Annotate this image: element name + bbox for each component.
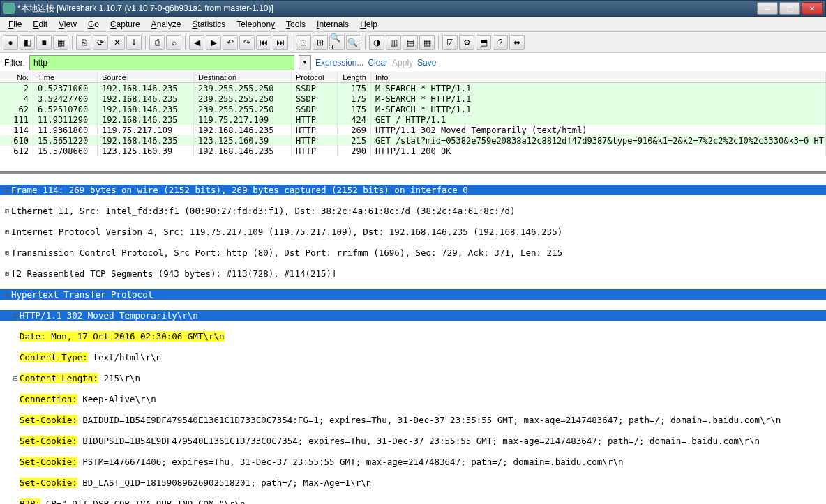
toolbar-button-2[interactable]: ■ xyxy=(36,35,52,50)
toolbar-button-23[interactable]: ▦ xyxy=(419,35,435,50)
detail-reassembled[interactable]: ⊞[2 Reassembled TCP Segments (943 bytes)… xyxy=(0,268,826,279)
menubar: FFileile Edit View Go Capture Analyze St… xyxy=(0,17,826,32)
menu-edit[interactable]: Edit xyxy=(27,18,53,31)
menu-tools[interactable]: Tools xyxy=(280,18,311,31)
app-icon xyxy=(3,3,15,14)
toolbar-button-28[interactable]: ⬌ xyxy=(509,35,525,50)
toolbar-button-3[interactable]: ▦ xyxy=(53,35,68,50)
detail-set-cookie-2[interactable]: Set-Cookie: BIDUPSID=1B54E9DF479540E1361… xyxy=(0,436,826,446)
toolbar-button-16[interactable]: ⊡ xyxy=(296,35,311,50)
toolbar-button-9[interactable]: ⌕ xyxy=(166,35,181,50)
detail-set-cookie-4[interactable]: Set-Cookie: BD_LAST_QID=1815908962690251… xyxy=(0,478,826,488)
toolbar-button-12[interactable]: ↶ xyxy=(223,35,238,50)
detail-frame[interactable]: ⊞Frame 114: 269 bytes on wire (2152 bits… xyxy=(0,185,826,195)
toolbar-button-24[interactable]: ☑ xyxy=(442,35,458,50)
toolbar-button-20[interactable]: ◑ xyxy=(369,35,384,50)
detail-ip[interactable]: ⊞Internet Protocol Version 4, Src: 119.7… xyxy=(0,227,826,237)
packet-row[interactable]: 61215.5708660123.125.160.39192.168.146.2… xyxy=(0,146,826,156)
filter-clear-link[interactable]: Clear xyxy=(368,58,388,68)
detail-connection[interactable]: Connection: Keep-Alive\r\n xyxy=(0,394,826,404)
detail-http-status[interactable]: ⊞HTTP/1.1 302 Moved Temporarily\r\n xyxy=(0,310,826,321)
toolbar-button-26[interactable]: ⬒ xyxy=(476,35,491,50)
toolbar-button-1[interactable]: ◧ xyxy=(20,35,35,50)
packet-row[interactable]: 20.52371000192.168.146.235239.255.255.25… xyxy=(0,83,826,93)
window-title: *本地连接 [Wireshark 1.10.7 (v1.10.7-0-g6b93… xyxy=(17,3,757,15)
toolbar: ●◧■▦⎘⟳✕⤓⎙⌕◀▶↶↷⏮⏭⊡⊞🔍+🔍-◑▥▤▦☑⚙⬒?⬌ xyxy=(0,32,826,53)
filter-bar: Filter: ▼ Expression... Clear Apply Save xyxy=(0,53,826,72)
toolbar-button-11[interactable]: ▶ xyxy=(206,35,221,50)
detail-ethernet[interactable]: ⊞Ethernet II, Src: Intel_fd:d3:f1 (00:90… xyxy=(0,206,826,216)
toolbar-button-5[interactable]: ⟳ xyxy=(93,35,108,50)
packet-details[interactable]: ⊞Frame 114: 269 bytes on wire (2152 bits… xyxy=(0,173,826,504)
detail-http-protocol[interactable]: ⊟Hypertext Transfer Protocol xyxy=(0,289,826,300)
col-protocol[interactable]: Protocol xyxy=(292,72,338,82)
packet-row[interactable]: 43.52427700192.168.146.235239.255.255.25… xyxy=(0,93,826,104)
close-button[interactable]: ✕ xyxy=(802,2,823,15)
detail-date[interactable]: Date: Mon, 17 Oct 2016 02:30:06 GMT\r\n xyxy=(0,331,826,342)
titlebar: *本地连接 [Wireshark 1.10.7 (v1.10.7-0-g6b93… xyxy=(0,0,826,17)
menu-help[interactable]: Help xyxy=(354,18,383,31)
menu-file[interactable]: FFileile xyxy=(3,18,27,31)
detail-p3p[interactable]: P3P: CP=" OTI DSP COR IVA OUR IND COM "\… xyxy=(0,498,826,504)
minimize-button[interactable]: — xyxy=(757,2,778,15)
packet-row[interactable]: 11111.9311290192.168.146.235119.75.217.1… xyxy=(0,114,826,125)
menu-capture[interactable]: Capture xyxy=(105,18,146,31)
col-no[interactable]: No. xyxy=(0,72,33,82)
filter-save-link[interactable]: Save xyxy=(417,58,436,68)
toolbar-button-0[interactable]: ● xyxy=(3,35,18,50)
col-length[interactable]: Length xyxy=(338,72,371,82)
menu-telephony[interactable]: Telephony xyxy=(231,18,280,31)
toolbar-button-21[interactable]: ▥ xyxy=(386,35,401,50)
toolbar-button-27[interactable]: ? xyxy=(493,35,508,50)
menu-internals[interactable]: Internals xyxy=(311,18,354,31)
filter-expression-link[interactable]: Expression... xyxy=(315,58,363,68)
window-controls: — ▢ ✕ xyxy=(757,2,823,15)
toolbar-button-8[interactable]: ⎙ xyxy=(149,35,165,50)
filter-apply-link[interactable]: Apply xyxy=(392,58,413,68)
col-source[interactable]: Source xyxy=(98,72,194,82)
toolbar-button-7[interactable]: ⤓ xyxy=(126,35,142,50)
packet-row[interactable]: 626.52510700192.168.146.235239.255.255.2… xyxy=(0,104,826,114)
menu-statistics[interactable]: Statistics xyxy=(186,18,231,31)
toolbar-button-14[interactable]: ⏮ xyxy=(256,35,271,50)
toolbar-button-15[interactable]: ⏭ xyxy=(273,35,288,50)
packet-list-header: No. Time Source Destination Protocol Len… xyxy=(0,72,826,83)
toolbar-button-4[interactable]: ⎘ xyxy=(76,35,91,50)
detail-content-length[interactable]: ⊞Content-Length: 215\r\n xyxy=(0,373,826,383)
filter-label: Filter: xyxy=(4,58,25,68)
col-destination[interactable]: Destination xyxy=(194,72,292,82)
packet-row[interactable]: 61015.5651220192.168.146.235123.125.160.… xyxy=(0,135,826,146)
col-info[interactable]: Info xyxy=(371,72,826,82)
toolbar-button-22[interactable]: ▤ xyxy=(403,35,418,50)
menu-go[interactable]: Go xyxy=(82,18,105,31)
menu-analyze[interactable]: Analyze xyxy=(146,18,187,31)
toolbar-button-13[interactable]: ↷ xyxy=(239,35,255,50)
detail-set-cookie-1[interactable]: Set-Cookie: BAIDUID=1B54E9DF479540E1361C… xyxy=(0,415,826,425)
detail-content-type[interactable]: Content-Type: text/html\r\n xyxy=(0,352,826,362)
toolbar-button-17[interactable]: ⊞ xyxy=(313,35,328,50)
col-time[interactable]: Time xyxy=(33,72,98,82)
toolbar-button-25[interactable]: ⚙ xyxy=(459,35,474,50)
detail-set-cookie-3[interactable]: Set-Cookie: PSTM=1476671406; expires=Thu… xyxy=(0,457,826,467)
toolbar-button-6[interactable]: ✕ xyxy=(110,35,125,50)
toolbar-button-10[interactable]: ◀ xyxy=(189,35,204,50)
toolbar-button-19[interactable]: 🔍- xyxy=(346,35,361,50)
filter-input[interactable] xyxy=(29,55,294,70)
maximize-button[interactable]: ▢ xyxy=(779,2,800,15)
toolbar-button-18[interactable]: 🔍+ xyxy=(329,35,345,50)
menu-view[interactable]: View xyxy=(53,18,82,31)
detail-tcp[interactable]: ⊞Transmission Control Protocol, Src Port… xyxy=(0,247,826,258)
packet-list[interactable]: No. Time Source Destination Protocol Len… xyxy=(0,72,826,173)
filter-dropdown-icon[interactable]: ▼ xyxy=(299,55,311,70)
packet-row[interactable]: 11411.9361800119.75.217.109192.168.146.2… xyxy=(0,125,826,135)
